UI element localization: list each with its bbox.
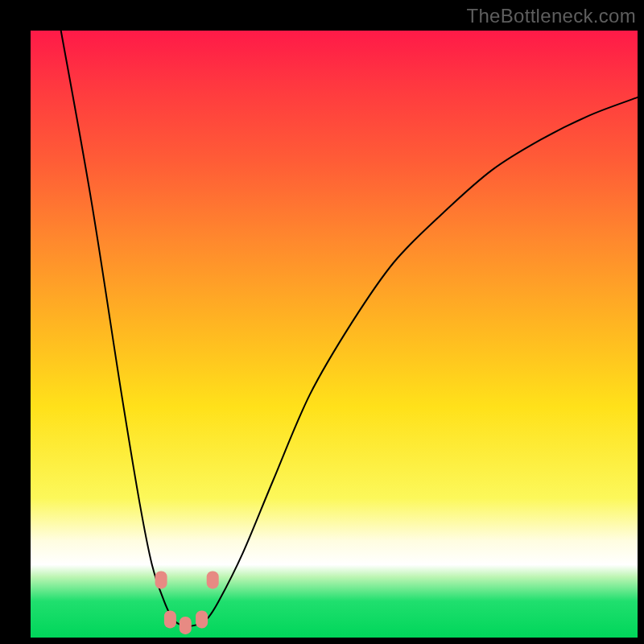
curve-svg — [31, 31, 638, 638]
bottleneck-curve — [61, 31, 638, 626]
curve-marker — [164, 610, 176, 628]
plot-area — [31, 31, 638, 638]
watermark-text: TheBottleneck.com — [466, 5, 636, 27]
curve-marker — [207, 571, 219, 588]
curve-marker — [196, 610, 208, 628]
curve-marker — [180, 617, 192, 634]
curve-marker — [155, 571, 167, 588]
chart-frame: TheBottleneck.com — [0, 0, 644, 644]
